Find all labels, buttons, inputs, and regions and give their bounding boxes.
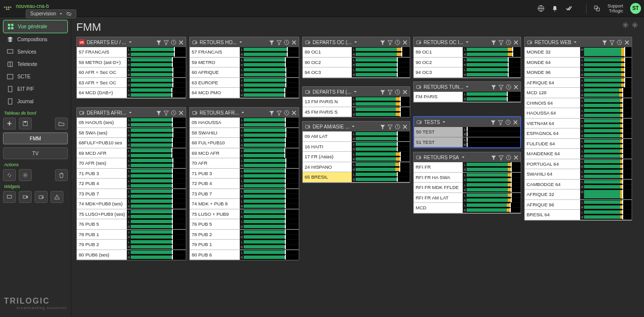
filter-icon[interactable] bbox=[491, 84, 496, 90]
clock-icon[interactable] bbox=[284, 40, 289, 45]
card-header[interactable]: DEPARTS AFRI... bbox=[77, 108, 186, 118]
globe-icon[interactable] bbox=[537, 5, 544, 12]
chevron-down-icon[interactable] bbox=[465, 85, 469, 89]
card-header[interactable]: DEPARTS OC (... bbox=[303, 37, 410, 47]
channel-row[interactable]: RFI FRLR bbox=[414, 162, 521, 173]
mode-selector[interactable]: Supervision bbox=[26, 9, 76, 18]
chevron-down-icon[interactable] bbox=[573, 40, 577, 44]
card-header[interactable]: DEPARTS FM (... bbox=[303, 87, 410, 97]
sidebar-item-scte[interactable]: SCTE bbox=[3, 70, 68, 83]
channel-row[interactable]: MONDE 64LR bbox=[525, 58, 632, 68]
clock-icon[interactable] bbox=[506, 84, 511, 90]
sidebar-item-jour[interactable]: Journal bbox=[3, 95, 68, 108]
channel-row[interactable]: 50 TESTLR bbox=[414, 127, 520, 137]
chevron-down-icon[interactable] bbox=[461, 155, 465, 159]
channel-row[interactable]: 94 OC3LR bbox=[303, 67, 410, 78]
chevron-down-icon[interactable] bbox=[351, 125, 355, 128]
card-header[interactable]: RETOURS HO... bbox=[190, 37, 299, 47]
filter-icon[interactable] bbox=[491, 40, 496, 45]
channel-row[interactable]: 94 OC3LR bbox=[414, 67, 521, 78]
card-header[interactable]: DEP AM/ASIE ... bbox=[303, 122, 410, 131]
filter2-icon[interactable] bbox=[387, 89, 393, 95]
channel-row[interactable]: 69 MCD AFRLR bbox=[77, 148, 186, 159]
channel-row[interactable]: 59 METRO (ast-D+)LR bbox=[77, 58, 186, 68]
channel-row[interactable]: 57 FRANCAISLR bbox=[77, 47, 186, 58]
channel-row[interactable]: RFI FR MDK FFLDELR bbox=[414, 183, 521, 193]
filter-icon[interactable] bbox=[269, 40, 274, 45]
channel-row[interactable]: 79 PUB 2LR bbox=[77, 240, 186, 250]
channel-row[interactable]: 09 AM LATLR bbox=[303, 131, 410, 142]
sidebar-item-eit[interactable]: EIT P/F bbox=[3, 83, 68, 95]
close-icon[interactable] bbox=[402, 40, 408, 45]
channel-row[interactable]: 78 PUB 1LR bbox=[77, 230, 186, 240]
channel-row[interactable]: MANDENKE 64LR bbox=[525, 149, 632, 159]
filter-icon[interactable] bbox=[156, 40, 161, 45]
clock-icon[interactable] bbox=[395, 124, 400, 129]
chevron-down-icon[interactable] bbox=[442, 120, 446, 124]
close-icon[interactable] bbox=[291, 40, 297, 45]
action-gear-button[interactable] bbox=[19, 169, 32, 181]
channel-row[interactable]: 60 AFR + Sec OCLR bbox=[77, 67, 186, 78]
filter2-icon[interactable] bbox=[276, 40, 282, 45]
filter2-icon[interactable] bbox=[163, 40, 169, 45]
channel-row[interactable]: 65 BRESILLR bbox=[303, 172, 410, 183]
channel-row[interactable]: 58 SWA (ses)LR bbox=[77, 128, 186, 138]
chevron-down-icon[interactable] bbox=[241, 111, 245, 115]
widget-cam-button[interactable] bbox=[19, 191, 32, 203]
channel-row[interactable]: 13 FM PARIS NLR bbox=[303, 97, 410, 107]
channel-row[interactable]: 76 PUB 5LR bbox=[77, 219, 186, 230]
card-header[interactable]: RETOURS WEB bbox=[525, 37, 632, 47]
channel-row[interactable]: ESPAGNOL 64LR bbox=[525, 128, 632, 139]
chevron-down-icon[interactable] bbox=[128, 40, 132, 44]
clock-icon[interactable] bbox=[395, 89, 400, 95]
filter2-icon[interactable] bbox=[387, 124, 393, 129]
channel-row[interactable]: 80 PUB 6LR bbox=[190, 250, 299, 260]
close-icon[interactable] bbox=[513, 155, 519, 160]
channel-row[interactable]: 68FULF+PUB10 sesLR bbox=[77, 138, 186, 148]
folder-button[interactable] bbox=[55, 118, 68, 129]
channel-row[interactable]: 80 PUB6 (ses)LR bbox=[77, 250, 186, 260]
card-header[interactable]: rfiDEPARTS EU / ... bbox=[77, 37, 186, 47]
filter2-icon[interactable] bbox=[276, 110, 282, 116]
chevron-down-icon[interactable] bbox=[465, 40, 469, 44]
channel-row[interactable]: 90 OC2LR bbox=[303, 58, 410, 68]
clock-icon[interactable] bbox=[284, 110, 289, 116]
channel-row[interactable]: 17 FR (Asias)LR bbox=[303, 152, 410, 162]
channel-row[interactable]: 71 PUB 3LR bbox=[77, 169, 186, 179]
channel-row[interactable]: AFRIQUE 32M bbox=[525, 190, 632, 200]
channel-row[interactable]: 16 HAITILR bbox=[303, 142, 410, 152]
settings-icon[interactable] bbox=[622, 22, 629, 28]
clock-icon[interactable] bbox=[171, 40, 176, 45]
bell-icon[interactable] bbox=[551, 5, 558, 12]
channel-row[interactable]: 68 FUL+PUB10LR bbox=[190, 138, 299, 148]
filter-icon[interactable] bbox=[602, 40, 607, 45]
channel-row[interactable]: CAMBODGE 64LR bbox=[525, 180, 632, 190]
channel-row[interactable]: BRESIL 64LR bbox=[525, 210, 632, 220]
filter2-icon[interactable] bbox=[498, 120, 503, 125]
close-icon[interactable] bbox=[291, 110, 297, 116]
close-icon[interactable] bbox=[402, 89, 408, 95]
clock-icon[interactable] bbox=[505, 120, 511, 125]
channel-row[interactable]: 45 FM PARIS SLR bbox=[303, 107, 410, 118]
save-button[interactable] bbox=[19, 118, 32, 129]
channel-row[interactable]: 05 HAOUSSALR bbox=[190, 118, 299, 128]
channel-row[interactable]: FULFUDE 64LR bbox=[525, 139, 632, 149]
clock-icon[interactable] bbox=[617, 40, 622, 45]
settings2-icon[interactable] bbox=[632, 22, 638, 28]
channel-row[interactable]: MCD 128LR bbox=[525, 88, 632, 98]
filter2-icon[interactable] bbox=[498, 84, 504, 90]
channel-row[interactable]: 57 FRANCAISLR bbox=[190, 47, 299, 58]
sidebar-item-tele[interactable]: Teletexte bbox=[3, 58, 68, 70]
sidebar-item-vue[interactable]: Vue générale bbox=[3, 20, 68, 33]
channel-row[interactable]: 78 PUB 2LR bbox=[190, 230, 299, 240]
channel-row[interactable]: 74 MDK + PUB 8LR bbox=[190, 199, 299, 209]
card-header[interactable]: RETOURS TUN... bbox=[414, 82, 521, 92]
language-icon[interactable] bbox=[593, 5, 600, 12]
close-icon[interactable] bbox=[178, 40, 184, 45]
filter-icon[interactable] bbox=[490, 120, 496, 125]
clock-icon[interactable] bbox=[506, 40, 511, 45]
close-icon[interactable] bbox=[178, 110, 184, 116]
filter-icon[interactable] bbox=[380, 40, 385, 45]
add-button[interactable] bbox=[3, 118, 16, 129]
sidebar-item-comp[interactable]: Compositions bbox=[3, 33, 68, 46]
